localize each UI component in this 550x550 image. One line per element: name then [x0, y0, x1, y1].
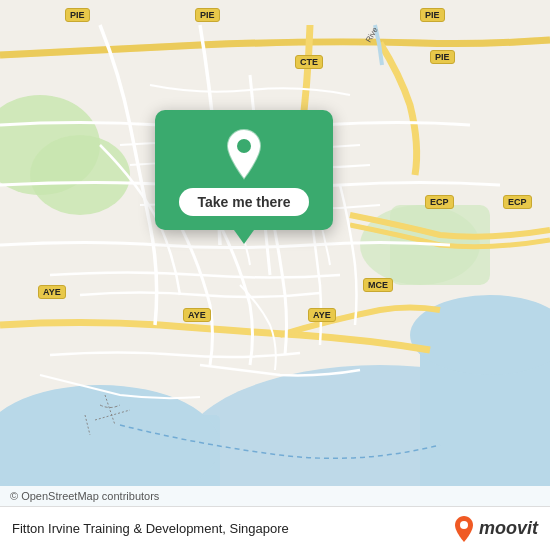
highway-label-pie-2: PIE [195, 8, 220, 22]
attribution-bar: © OpenStreetMap contributors [0, 486, 550, 506]
highway-label-aye-3: AYE [308, 308, 336, 322]
highway-label-pie-4: PIE [430, 50, 455, 64]
location-name: Fitton Irvine Training & Development, Si… [12, 521, 453, 536]
location-pin-icon [222, 128, 266, 180]
moovit-wordmark: moovit [479, 518, 538, 539]
highway-label-ecp-1: ECP [425, 195, 454, 209]
svg-point-11 [460, 521, 468, 529]
highway-label-aye-1: AYE [38, 285, 66, 299]
highway-label-mce: MCE [363, 278, 393, 292]
moovit-pin-icon [453, 515, 475, 543]
info-bar: Fitton Irvine Training & Development, Si… [0, 506, 550, 550]
highway-label-aye-2: AYE [183, 308, 211, 322]
map-container: Rive PIE PIE PIE PIE ECP ECP CTE AYE AYE… [0, 0, 550, 550]
highway-label-pie-3: PIE [420, 8, 445, 22]
highway-label-ecp-2: ECP [503, 195, 532, 209]
map-svg: Rive [0, 0, 550, 550]
svg-point-10 [237, 139, 251, 153]
popup-card: Take me there [155, 110, 333, 230]
moovit-logo: moovit [453, 515, 538, 543]
attribution-text: © OpenStreetMap contributors [10, 490, 159, 502]
highway-label-pie-1: PIE [65, 8, 90, 22]
take-me-there-button[interactable]: Take me there [179, 188, 308, 216]
svg-point-6 [30, 135, 130, 215]
highway-label-cte: CTE [295, 55, 323, 69]
